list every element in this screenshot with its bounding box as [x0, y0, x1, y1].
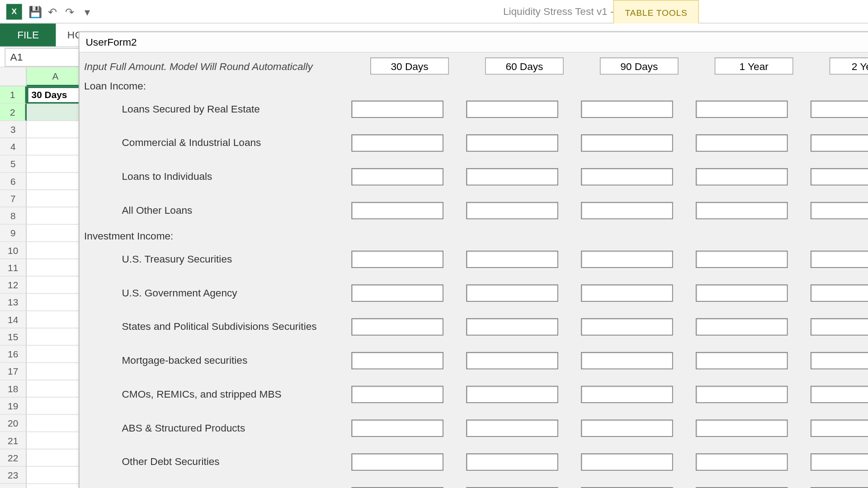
investment-input[interactable]: [581, 284, 673, 301]
row-header[interactable]: 24: [0, 484, 27, 488]
loan-input[interactable]: [696, 168, 788, 185]
row-header[interactable]: 11: [0, 259, 27, 277]
investment-input[interactable]: [811, 284, 868, 301]
cell[interactable]: [27, 277, 85, 294]
row-header[interactable]: 3: [0, 121, 27, 138]
row-header[interactable]: 17: [0, 363, 27, 380]
qat-undo-icon[interactable]: ↶: [44, 3, 61, 20]
cell[interactable]: [27, 380, 85, 398]
cell[interactable]: [27, 363, 85, 380]
investment-input[interactable]: [811, 385, 868, 403]
row-header[interactable]: 2: [0, 104, 27, 121]
investment-input[interactable]: [696, 453, 788, 470]
loan-input[interactable]: [351, 134, 443, 151]
loan-input[interactable]: [811, 202, 868, 219]
investment-input[interactable]: [581, 352, 673, 369]
loan-input[interactable]: [581, 168, 673, 185]
row-header[interactable]: 7: [0, 190, 27, 207]
row-header[interactable]: 12: [0, 277, 27, 294]
cell[interactable]: [27, 398, 85, 415]
select-all-triangle[interactable]: [0, 68, 27, 87]
loan-input[interactable]: [351, 100, 443, 117]
row-header[interactable]: 8: [0, 207, 27, 225]
userform-titlebar[interactable]: UserForm2 ✕: [80, 32, 868, 52]
table-tools-contextual-tab[interactable]: TABLE TOOLS: [613, 0, 699, 23]
investment-input[interactable]: [351, 419, 443, 436]
qat-redo-icon[interactable]: ↷: [61, 3, 79, 20]
investment-input[interactable]: [581, 385, 673, 403]
investment-input[interactable]: [811, 318, 868, 335]
loan-input[interactable]: [696, 202, 788, 219]
investment-input[interactable]: [466, 385, 558, 403]
investment-input[interactable]: [466, 284, 558, 301]
investment-input[interactable]: [351, 318, 443, 335]
investment-input[interactable]: [811, 419, 868, 436]
cell[interactable]: [27, 450, 85, 467]
loan-input[interactable]: [466, 168, 558, 185]
investment-input[interactable]: [351, 250, 443, 267]
cell[interactable]: [27, 155, 85, 173]
investment-input[interactable]: [696, 284, 788, 301]
cell[interactable]: [27, 484, 85, 488]
loan-input[interactable]: [581, 134, 673, 151]
investment-input[interactable]: [696, 250, 788, 267]
investment-input[interactable]: [351, 352, 443, 369]
cell[interactable]: [27, 225, 85, 242]
row-header[interactable]: 23: [0, 467, 27, 484]
cell[interactable]: [27, 207, 85, 225]
loan-input[interactable]: [351, 168, 443, 185]
row-header[interactable]: 22: [0, 450, 27, 467]
loan-input[interactable]: [811, 100, 868, 117]
row-header[interactable]: 16: [0, 346, 27, 363]
investment-input[interactable]: [811, 352, 868, 369]
investment-input[interactable]: [351, 284, 443, 301]
loan-input[interactable]: [811, 134, 868, 151]
investment-input[interactable]: [811, 250, 868, 267]
row-header[interactable]: 4: [0, 138, 27, 155]
row-header[interactable]: 14: [0, 311, 27, 328]
name-box[interactable]: A1: [5, 47, 81, 66]
investment-input[interactable]: [811, 453, 868, 470]
cell[interactable]: [27, 432, 85, 449]
investment-input[interactable]: [581, 318, 673, 335]
cell[interactable]: [27, 467, 85, 484]
qat-save-icon[interactable]: 💾: [27, 3, 44, 20]
cell[interactable]: [27, 415, 85, 432]
row-header[interactable]: 6: [0, 173, 27, 190]
investment-input[interactable]: [581, 453, 673, 470]
loan-input[interactable]: [696, 134, 788, 151]
row-header[interactable]: 19: [0, 398, 27, 415]
column-header-A[interactable]: A: [27, 68, 85, 87]
cell[interactable]: [27, 294, 85, 311]
cell[interactable]: [27, 242, 85, 259]
row-header[interactable]: 9: [0, 225, 27, 242]
row-header[interactable]: 20: [0, 415, 27, 432]
investment-input[interactable]: [466, 419, 558, 436]
cell[interactable]: [27, 259, 85, 277]
row-header[interactable]: 13: [0, 294, 27, 311]
loan-input[interactable]: [811, 168, 868, 185]
cell[interactable]: [27, 311, 85, 328]
cell[interactable]: [27, 121, 85, 138]
cell[interactable]: 30 Days: [27, 86, 85, 103]
investment-input[interactable]: [581, 419, 673, 436]
investment-input[interactable]: [581, 250, 673, 267]
row-header[interactable]: 15: [0, 328, 27, 346]
investment-input[interactable]: [466, 318, 558, 335]
row-header[interactable]: 18: [0, 380, 27, 398]
row-header[interactable]: 21: [0, 432, 27, 449]
investment-input[interactable]: [696, 385, 788, 403]
loan-input[interactable]: [581, 202, 673, 219]
cell[interactable]: [27, 138, 85, 155]
loan-input[interactable]: [466, 202, 558, 219]
row-header[interactable]: 1: [0, 86, 27, 103]
loan-input[interactable]: [466, 100, 558, 117]
investment-input[interactable]: [351, 453, 443, 470]
cell[interactable]: [27, 346, 85, 363]
investment-input[interactable]: [696, 352, 788, 369]
investment-input[interactable]: [696, 419, 788, 436]
investment-input[interactable]: [466, 453, 558, 470]
cell[interactable]: [27, 328, 85, 346]
row-header[interactable]: 10: [0, 242, 27, 259]
qat-customize-icon[interactable]: ▾: [79, 3, 96, 20]
